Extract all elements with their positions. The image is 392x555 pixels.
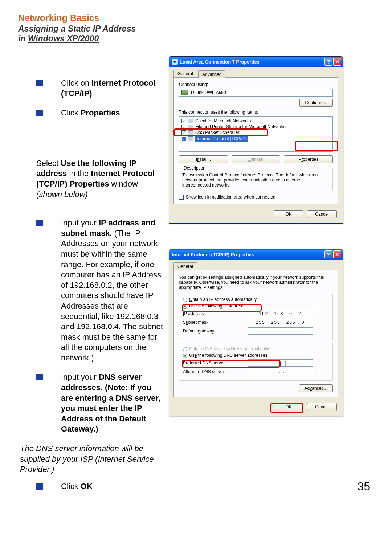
checkbox-icon[interactable] (179, 195, 184, 200)
b2-pre: Click (61, 108, 81, 117)
t: Select (36, 159, 61, 168)
radio-icon[interactable] (183, 298, 187, 302)
radio-icon[interactable] (183, 304, 187, 309)
uses-items-label: This connection uses the following items… (179, 110, 333, 115)
tab-advanced[interactable]: Advanced (198, 70, 225, 78)
pref-dns-input[interactable]: . . . | (248, 359, 313, 367)
radio-use-following[interactable]: Use the following IP address: (183, 303, 329, 309)
bullet-icon (36, 374, 43, 380)
client-icon (188, 119, 193, 123)
b1-pre: Click on (61, 78, 91, 87)
radio-icon (183, 347, 187, 351)
nic-icon (181, 90, 188, 95)
cancel-button[interactable]: Cancel (307, 403, 337, 411)
t: (The IP Addresses on your network must b… (61, 229, 163, 362)
radio-obtain-auto[interactable]: Obtain an IP address automatically (183, 297, 329, 302)
ip-label: IP address: (183, 311, 248, 316)
items-listbox[interactable]: ✓Client for Microsoft Networks ✓File and… (179, 116, 333, 152)
close-button[interactable]: ✕ (333, 58, 341, 66)
pref-dns-label: Preferred DNS server: (183, 360, 248, 366)
help-button[interactable]: ? (324, 58, 332, 66)
install-button[interactable]: Install... (179, 155, 228, 163)
description-text: Transmission Control Protocol/Internet P… (182, 172, 330, 188)
device-name: D-Link DWL-A650 (191, 90, 226, 95)
ok-button[interactable]: OK (274, 403, 303, 411)
description-legend: Description (182, 166, 207, 171)
t: (shown below) (36, 190, 88, 199)
list-item[interactable]: ✓Client for Microsoft Networks (181, 118, 331, 124)
list-item-selected[interactable]: ✓Internet Protocol (TCP/IP) (181, 135, 331, 142)
bullet-1: Click on Internet Protocol (TCP/IP) (36, 78, 163, 99)
ip-settings-group: Obtain an IP address automatically Use t… (179, 294, 333, 340)
radio-icon[interactable] (183, 354, 187, 358)
ip-address-input[interactable]: 192 . 168 . 0 . 2 (248, 310, 313, 317)
subnet-label: Subnet mask: (183, 320, 248, 325)
b2-bold: Properties (81, 108, 120, 117)
tcpip-properties-dialog: Internet Protocol (TCP/IP) Properties ? … (169, 249, 343, 416)
t: Input your (61, 372, 99, 381)
t: DNS server addresses. (Note: If you are … (61, 372, 160, 433)
checkbox-icon[interactable]: ✓ (181, 136, 186, 141)
dialog-title: Internet Protocol (TCP/IP) Properties (172, 252, 324, 257)
bullet-3: Input your IP address and subnet mask. (… (36, 218, 163, 363)
show-icon-label: Show icon in notification area when conn… (186, 195, 275, 200)
subtitle-line2-prefix: in (18, 34, 28, 43)
checkbox-icon[interactable]: ✓ (181, 130, 186, 135)
subtitle-line2-u: Windows XP/2000 (28, 34, 99, 43)
help-button[interactable]: ? (324, 250, 332, 258)
page-number: 35 (357, 480, 370, 493)
tcpip-icon (188, 136, 193, 141)
titlebar[interactable]: ⇄ Local Area Connection 7 Properties ? ✕ (169, 57, 343, 67)
list-item[interactable]: ✓File and Printer Sharing for Microsoft … (181, 124, 331, 130)
connect-using-label: Connect using: (179, 82, 333, 87)
checkbox-icon[interactable]: ✓ (181, 119, 186, 123)
tab-general[interactable]: General (173, 70, 197, 77)
bullet-5: Click OK (36, 481, 163, 492)
share-icon (188, 125, 193, 129)
dns-settings-group: Obtain DNS server address automatically … (179, 343, 333, 381)
properties-button[interactable]: Properties (284, 155, 333, 163)
t: Click (61, 482, 81, 491)
show-icon-row[interactable]: Show icon in notification area when conn… (179, 195, 333, 200)
item-label: QoS Packet Scheduler (195, 130, 239, 135)
close-button[interactable]: ✕ (333, 250, 341, 258)
bullet-4: Input your DNS server addresses. (Note: … (36, 372, 163, 434)
lan-properties-dialog: ⇄ Local Area Connection 7 Properties ? ✕… (169, 56, 343, 224)
t: OK (81, 482, 93, 491)
bullet-2: Click Properties (36, 108, 163, 118)
section-title: Networking Basics (18, 13, 374, 23)
connection-icon: ⇄ (172, 59, 178, 65)
dialog-title: Local Area Connection 7 Properties (180, 59, 324, 65)
description-group: Description Transmission Control Protoco… (179, 166, 333, 191)
item-label: Client for Microsoft Networks (195, 118, 251, 123)
radio-use-dns[interactable]: Use the following DNS server addresses: (183, 353, 329, 358)
cancel-button[interactable]: Cancel (307, 210, 337, 218)
alt-dns-label: Alternate DNS server: (183, 369, 248, 374)
dns-note: The DNS server information will be suppl… (20, 444, 163, 475)
t: Input your (61, 218, 99, 227)
intro-text: You can get IP settings assigned automat… (179, 275, 333, 290)
subtitle: Assigning a Static IP Address in Windows… (18, 24, 374, 44)
device-field: D-Link DWL-A650 (179, 89, 333, 97)
bullet-icon (36, 220, 43, 226)
screenshots-column: ⇄ Local Area Connection 7 Properties ? ✕… (169, 56, 343, 501)
t: in the (67, 169, 91, 178)
instructions-column: Click on Internet Protocol (TCP/IP) Clic… (18, 56, 163, 501)
configure-button[interactable]: Configure... (299, 99, 333, 107)
item-label: Internet Protocol (TCP/IP) (195, 136, 248, 142)
ok-button[interactable]: OK (274, 210, 303, 218)
alt-dns-input[interactable]: . . . (248, 368, 313, 375)
gateway-input[interactable]: . . . (248, 327, 313, 335)
tab-general[interactable]: General (173, 262, 197, 270)
subtitle-line1: Assigning a Static IP Address (18, 24, 136, 33)
bullet-icon (36, 110, 43, 116)
titlebar[interactable]: Internet Protocol (TCP/IP) Properties ? … (169, 249, 343, 260)
advanced-button[interactable]: Advanced... (299, 384, 333, 392)
bullet-icon (36, 483, 43, 490)
checkbox-icon[interactable]: ✓ (181, 125, 186, 129)
subnet-input[interactable]: 255 . 255 . 255 . 0 (248, 319, 313, 326)
item-label: File and Printer Sharing for Microsoft N… (195, 124, 286, 129)
uninstall-button[interactable]: Uninstall (232, 155, 281, 163)
list-item[interactable]: ✓QoS Packet Scheduler (181, 130, 331, 135)
t: window (109, 179, 138, 188)
